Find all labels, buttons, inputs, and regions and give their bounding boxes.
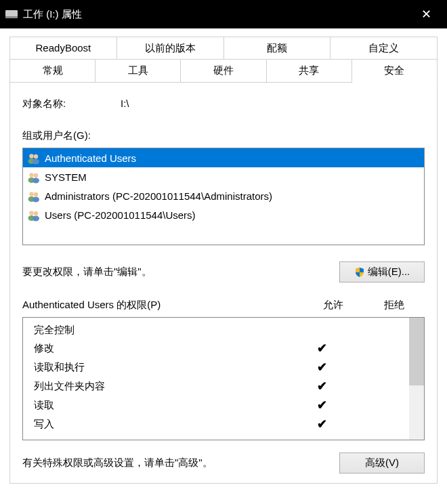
tab-sharing[interactable]: 共享 bbox=[266, 59, 352, 83]
permissions-scrollbar[interactable] bbox=[409, 318, 424, 440]
svg-point-7 bbox=[34, 173, 38, 177]
permissions-list: 完全控制 修改 ✔ 读取和执行 ✔ 列出文件夹内容 ✔ 读取 ✔ 写入 ✔ bbox=[23, 318, 409, 440]
svg-point-5 bbox=[29, 173, 33, 177]
advanced-button[interactable]: 高级(V) bbox=[339, 453, 425, 474]
permissions-header: Authenticated Users 的权限(P) 允许 拒绝 bbox=[22, 299, 425, 312]
permission-name: 读取和执行 bbox=[34, 361, 294, 374]
advanced-row: 有关特殊权限或高级设置，请单击"高级"。 高级(V) bbox=[22, 453, 425, 474]
groups-label: 组或用户名(G): bbox=[22, 129, 425, 142]
permission-row: 读取和执行 ✔ bbox=[23, 358, 409, 377]
tab-quota[interactable]: 配额 bbox=[224, 37, 331, 60]
list-item-label: Authenticated Users bbox=[45, 152, 136, 164]
permission-name: 修改 bbox=[34, 342, 294, 355]
list-item[interactable]: SYSTEM bbox=[23, 167, 424, 186]
permission-allow: ✔ bbox=[294, 360, 349, 375]
edit-button-label: 编辑(E)... bbox=[368, 266, 410, 278]
list-item-label: Administrators (PC-202001011544\Administ… bbox=[45, 190, 272, 202]
list-item-label: SYSTEM bbox=[45, 171, 87, 183]
permission-name: 列出文件夹内容 bbox=[34, 380, 294, 393]
permission-allow: ✔ bbox=[294, 379, 349, 394]
svg-point-11 bbox=[34, 192, 38, 196]
list-item[interactable]: Users (PC-202001011544\Users) bbox=[23, 205, 424, 224]
permission-row: 完全控制 bbox=[23, 322, 409, 339]
svg-point-10 bbox=[33, 197, 39, 203]
advanced-button-label: 高级(V) bbox=[365, 457, 399, 469]
svg-point-2 bbox=[33, 159, 39, 165]
tab-panel-security: 对象名称: I:\ 组或用户名(G): Authenticated Users … bbox=[9, 82, 438, 484]
tabs: ReadyBoost 以前的版本 配额 自定义 常规 工具 硬件 共享 安全 bbox=[9, 37, 438, 83]
permission-name: 读取 bbox=[34, 399, 294, 412]
permission-name: 完全控制 bbox=[34, 324, 294, 337]
permission-row: 写入 ✔ bbox=[23, 415, 409, 434]
permission-row: 列出文件夹内容 ✔ bbox=[23, 377, 409, 396]
tabs-row-1: ReadyBoost 以前的版本 配额 自定义 bbox=[9, 37, 438, 60]
permission-row: 修改 ✔ bbox=[23, 339, 409, 358]
permission-row: 读取 ✔ bbox=[23, 396, 409, 415]
object-name-row: 对象名称: I:\ bbox=[22, 98, 425, 110]
groups-listbox[interactable]: Authenticated Users SYSTEM Administrator… bbox=[22, 148, 425, 245]
tab-tools[interactable]: 工具 bbox=[95, 59, 181, 83]
edit-hint-text: 要更改权限，请单击"编辑"。 bbox=[22, 266, 339, 278]
window-title: 工作 (I:) 属性 bbox=[23, 8, 410, 21]
tab-hardware[interactable]: 硬件 bbox=[180, 59, 266, 83]
list-item[interactable]: Authenticated Users bbox=[23, 148, 424, 167]
permission-name: 写入 bbox=[34, 418, 294, 431]
tab-customize[interactable]: 自定义 bbox=[330, 37, 438, 60]
permissions-allow-header: 允许 bbox=[303, 299, 364, 312]
object-name-value: I:\ bbox=[121, 98, 425, 110]
permission-allow: ✔ bbox=[294, 398, 349, 413]
svg-point-6 bbox=[33, 178, 39, 184]
drive-icon bbox=[5, 10, 18, 18]
edit-row: 要更改权限，请单击"编辑"。 编辑(E)... bbox=[22, 261, 425, 282]
permissions-title: Authenticated Users 的权限(P) bbox=[22, 299, 303, 312]
permission-allow: ✔ bbox=[294, 417, 349, 432]
close-button[interactable]: ✕ bbox=[410, 0, 442, 28]
svg-point-3 bbox=[34, 154, 38, 159]
permissions-deny-header: 拒绝 bbox=[364, 299, 425, 312]
tab-general[interactable]: 常规 bbox=[9, 59, 95, 83]
svg-point-14 bbox=[33, 216, 39, 222]
tab-previous-versions[interactable]: 以前的版本 bbox=[116, 37, 224, 60]
object-name-label: 对象名称: bbox=[22, 98, 121, 110]
svg-point-1 bbox=[29, 154, 33, 158]
tab-security[interactable]: 安全 bbox=[352, 59, 438, 83]
permissions-listbox: 完全控制 修改 ✔ 读取和执行 ✔ 列出文件夹内容 ✔ 读取 ✔ 写入 ✔ bbox=[22, 317, 425, 440]
svg-point-13 bbox=[29, 211, 33, 215]
tab-readyboost[interactable]: ReadyBoost bbox=[9, 37, 117, 60]
list-item[interactable]: Administrators (PC-202001011544\Administ… bbox=[23, 186, 424, 205]
tabs-row-2: 常规 工具 硬件 共享 安全 bbox=[9, 59, 438, 83]
edit-button[interactable]: 编辑(E)... bbox=[339, 261, 425, 282]
shield-icon bbox=[354, 267, 365, 278]
permission-allow: ✔ bbox=[294, 341, 349, 356]
list-item-label: Users (PC-202001011544\Users) bbox=[45, 209, 196, 221]
titlebar: 工作 (I:) 属性 ✕ bbox=[0, 0, 447, 28]
scrollbar-thumb[interactable] bbox=[409, 318, 424, 385]
advanced-hint-text: 有关特殊权限或高级设置，请单击"高级"。 bbox=[22, 457, 339, 469]
svg-point-9 bbox=[29, 192, 33, 196]
svg-point-15 bbox=[34, 211, 38, 215]
